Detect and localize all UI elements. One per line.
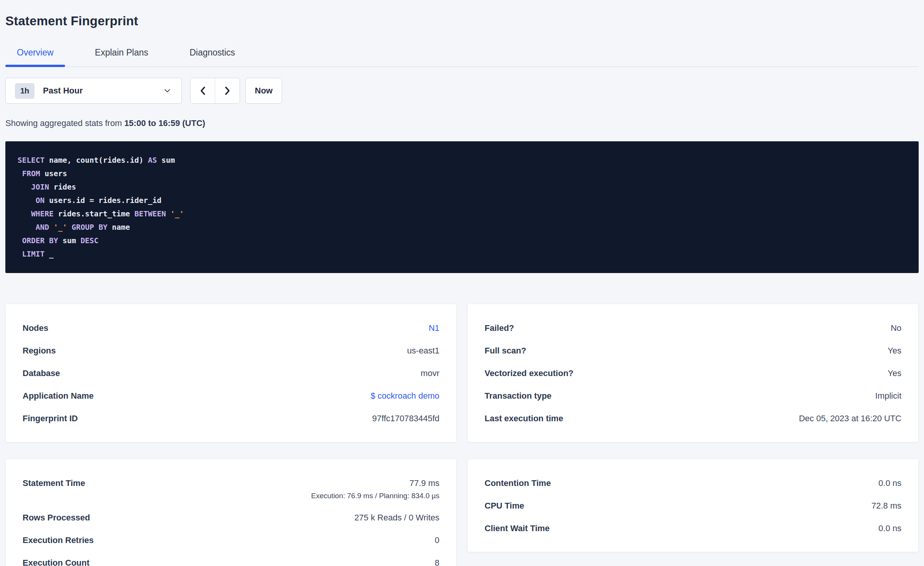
info-label: Transaction type [485,391,552,401]
info-value: 8 [435,558,439,566]
sql-text [67,223,72,232]
statement-fingerprint-page: Statement Fingerprint OverviewExplain Pl… [0,0,924,566]
sql-line: JOIN rides [18,180,906,194]
sql-line: SELECT name, count(rides.id) AS sum [18,154,906,167]
sql-text: rides [49,183,76,191]
info-row-execution-count: Execution Count8 [23,558,439,566]
tab-overview[interactable]: Overview [5,44,65,66]
info-value-link[interactable]: $ cockroach demo [371,391,439,401]
info-row-database: Databasemovr [23,368,439,378]
sql-line: ORDER BY sum DESC [18,234,906,247]
info-label: Execution Count [23,558,90,566]
info-value: 97ffc170783445fd [372,414,439,424]
info-label: Rows Processed [23,513,90,523]
info-value: 0.0 ns [878,478,901,488]
sql-line: FROM users [18,167,906,180]
info-label: Application Name [23,391,94,401]
now-button[interactable]: Now [245,78,282,104]
sql-keyword: FROM [22,169,40,178]
info-row-rows-processed: Rows Processed275 k Reads / 0 Writes [23,513,439,523]
info-value: No [891,323,901,333]
info-label: Execution Retries [23,535,94,545]
resource-times-card: Contention Time0.0 nsCPU Time72.8 msClie… [467,459,919,552]
time-interval-dropdown[interactable]: 1h Past Hour [5,78,182,104]
info-value-wrap: Implicit [875,391,901,401]
tab-explain-plans[interactable]: Explain Plans [83,44,160,66]
previous-interval-button[interactable] [191,78,215,103]
info-label: Failed? [485,323,514,333]
sql-keyword: SELECT [18,156,44,165]
info-label: Fingerprint ID [23,414,78,424]
info-value-detail: Execution: 76.9 ms / Planning: 834.0 µs [311,492,439,500]
sql-line: WHERE rides.start_time BETWEEN '_' [18,207,906,221]
sql-text: sum [157,156,175,165]
info-row-fingerprint-id: Fingerprint ID97ffc170783445fd [23,414,439,424]
sql-text [18,196,36,205]
info-row-transaction-type: Transaction typeImplicit [485,391,901,401]
page-title: Statement Fingerprint [5,14,919,28]
info-label: Statement Time [23,478,85,488]
info-label: CPU Time [485,501,524,511]
sql-text [49,223,54,232]
info-value-link[interactable]: N1 [429,323,439,333]
sql-keyword: GROUP BY [72,223,108,232]
info-label: Nodes [23,323,48,333]
info-value-wrap: 0 [435,535,439,545]
info-value-wrap: 0.0 ns [878,478,901,488]
info-label: Contention Time [485,478,551,488]
sql-keyword: AND [36,223,49,232]
time-interval-badge: 1h [15,83,34,99]
info-label: Vectorized execution? [485,368,573,378]
info-row-execution-retries: Execution Retries0 [23,535,439,545]
info-value: 275 k Reads / 0 Writes [354,513,439,523]
info-label: Full scan? [485,346,526,356]
info-value-wrap: us-east1 [407,346,439,356]
sql-keyword: JOIN [31,183,49,191]
time-picker-row: 1h Past Hour Now [5,78,919,104]
info-row-application-name: Application Name$ cockroach demo [23,391,439,401]
info-value: 77.9 ms [311,478,439,488]
sql-text [18,250,22,258]
sql-text: sum [58,236,81,245]
tab-diagnostics[interactable]: Diagnostics [178,44,247,66]
next-interval-button[interactable] [215,78,240,103]
chevron-down-icon [163,87,171,95]
sql-keyword: BETWEEN [134,209,166,218]
sql-text [18,223,36,232]
sql-text: users.id = rides.rider_id [44,196,161,205]
info-value: Yes [888,368,901,378]
sql-text: rides.start_time [54,209,134,218]
chevron-left-icon [198,85,207,96]
sql-line: LIMIT _ [18,247,906,261]
sql-text [18,209,31,218]
sql-keyword: WHERE [31,209,54,218]
aggregated-stats-note: Showing aggregated stats from 15:00 to 1… [5,118,919,128]
tab-bar: OverviewExplain PlansDiagnostics [5,44,919,67]
execution-attributes-card: Failed?NoFull scan?YesVectorized executi… [467,304,919,442]
sql-text [18,169,22,178]
info-value-wrap: N1 [429,323,439,333]
sql-string-literal: '_' [170,209,184,218]
time-interval-label: Past Hour [43,86,163,96]
info-value-wrap: Yes [888,368,901,378]
sql-text: _ [44,250,53,258]
sql-keyword: ON [36,196,44,205]
info-row-vectorized-execution: Vectorized execution?Yes [485,368,901,378]
info-row-cpu-time: CPU Time72.8 ms [485,501,901,511]
info-value-wrap: movr [421,368,439,378]
info-value: us-east1 [407,346,439,356]
sql-text: name, count(rides.id) [44,156,148,165]
info-value-wrap: 77.9 msExecution: 76.9 ms / Planning: 83… [311,478,439,500]
info-value-wrap: Yes [888,346,901,356]
info-label: Client Wait Time [485,523,550,533]
sql-line: ON users.id = rides.rider_id [18,194,906,207]
info-row-regions: Regionsus-east1 [23,346,439,356]
sql-statement-box: SELECT name, count(rides.id) AS sum FROM… [5,141,919,273]
info-row-full-scan: Full scan?Yes [485,346,901,356]
info-value-wrap: 97ffc170783445fd [372,414,439,424]
sql-string-literal: '_' [54,223,67,232]
sql-text [166,209,170,218]
sql-text: users [40,169,67,178]
info-value-wrap: 8 [435,558,439,566]
info-value-wrap: Dec 05, 2023 at 16:20 UTC [799,414,901,424]
